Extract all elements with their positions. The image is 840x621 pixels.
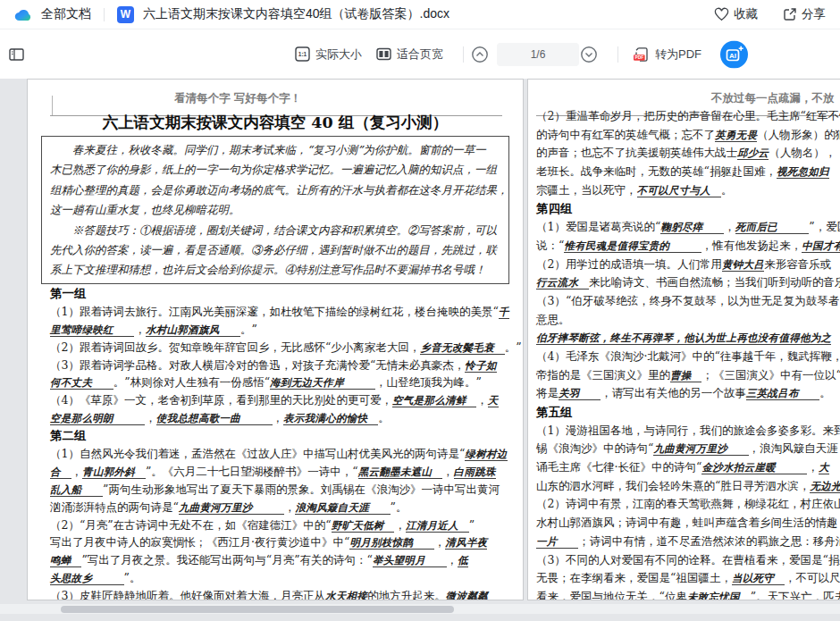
- doc-line: （1）跟着诗词去旅行。江南风光美丽深邃，如杜牧笔下描绘的绿树红花，楼台掩映的美景…: [50, 303, 524, 321]
- text-run: 山东的泗水河畔，我们会轻吟朱熹的“胜日寻芳泗水滨，: [536, 479, 810, 492]
- actual-size-label: 实际大小: [315, 46, 362, 63]
- topbar-left: 全部文档 W 六上语文期末按课文内容填空40组（试卷版答案）.docx: [14, 6, 449, 23]
- text-run: ”。: [124, 571, 141, 584]
- answer-blank: 英勇无畏: [715, 129, 757, 142]
- doc-line: 空是那么明朗 ，使我总想高歌一曲 ，表示我满心的愉快 。: [50, 409, 524, 427]
- text-run: （2）诗词中有景，江南的春天莺歌燕舞，柳绿花红，村庄依山傍: [536, 497, 840, 510]
- ai-sparkle-icon: AI: [720, 40, 748, 68]
- text-run: 锡《浪淘沙》中的诗句“: [536, 441, 653, 455]
- ai-assistant-button[interactable]: AI: [720, 40, 748, 68]
- text-run: （1）爱国是诸葛亮说的“: [536, 220, 660, 233]
- answer-blank: 邱少云: [737, 147, 769, 160]
- group-heading: 第四组: [536, 201, 573, 215]
- group-heading: 第二组: [50, 428, 87, 442]
- answer-blank: 黄钟大吕: [722, 258, 764, 272]
- text-run: ，请写出有关他的另一个故事: [601, 386, 746, 399]
- text-run: （4）毛泽东《浪淘沙·北戴河》中的“往事越千年，魏武挥鞭，: [536, 349, 840, 363]
- text-run: ；诗词中有情，道不尽孟浩然浓浓的羁旅之思：移舟泊: [578, 534, 840, 548]
- cloud-logo-icon[interactable]: [14, 8, 32, 21]
- doc-line: 合 ，青山郭外斜 ”。《六月二十七日望湖楼醉书》一诗中，“黑云翻墨未遮山 ，白雨…: [50, 463, 524, 481]
- answer-blank: 鸣蝉: [50, 554, 81, 567]
- answer-blank: 空气是那么清鲜: [392, 394, 476, 407]
- nav-all-docs[interactable]: 全部文档: [41, 6, 91, 22]
- answer-blank: 空是那么明朗: [50, 412, 145, 425]
- doc-line: 老班长。战争来临时，无数的英雄“捐躯赴国难，视死忽如归: [536, 163, 840, 181]
- text-run: ”。: [391, 500, 407, 514]
- share-icon: [783, 7, 797, 21]
- share-button[interactable]: 分享: [783, 6, 826, 22]
- next-page-button[interactable]: [580, 46, 598, 63]
- text-run: 水村山郭酒旗风；诗词中有趣，蛙叫声蕴含着乡间生活的情趣：: [536, 516, 840, 529]
- answer-blank: 一片: [536, 535, 578, 549]
- answer-blank: 三英战吕布: [746, 387, 820, 400]
- text-run: （4）《草原》一文，老舍初到草原，看到那里的天比别处的更可爱，: [50, 393, 392, 407]
- topbar: 全部文档 W 六上语文期末按课文内容填空40组（试卷版答案）.docx 收藏 分…: [0, 0, 840, 29]
- doc-line: 行云流水 来比喻诗文、书画自然流畅；当我们听到动听的音乐: [536, 273, 840, 292]
- text-run: （3）“伯牙破琴绝弦，终身不复鼓琴，以为世无足复为鼓琴者。”: [536, 294, 840, 307]
- document-canvas: 看清每个字 写好每个字！ 六上语文期末按课文内容填空 40 组（复习小测） 春来…: [0, 79, 840, 621]
- text-run: ，: [134, 323, 146, 336]
- group-heading: 第一组: [50, 286, 87, 300]
- text-run: （3）跟着诗词学品格。对敌人横眉冷对的鲁迅，对孩子充满怜爱“无情未必真豪杰，: [50, 358, 465, 372]
- doc-line: （3）跟着诗词学品格。对敌人横眉冷对的鲁迅，对孩子充满怜爱“无情未必真豪杰，怜子…: [50, 357, 524, 374]
- page-indicator[interactable]: 1/6: [497, 43, 579, 66]
- favorite-button[interactable]: 收藏: [714, 6, 758, 22]
- text-run: ，: [447, 553, 458, 566]
- text-run: 的地方升起来。: [367, 589, 446, 600]
- text-run: ”写出了月夜之景。我还能写出两句与“月亮”有关的诗句：“: [81, 553, 373, 566]
- viewer-toolbar: 1:1 实际大小 适合页宽 1/6: [0, 29, 840, 79]
- text-run: ，山登绝顶我为峰。”: [375, 375, 482, 389]
- doc-line: （2）重温革命岁月，把历史的声音留在心里。毛主席“红军不怕远: [536, 107, 840, 126]
- text-run: 。: [721, 183, 733, 197]
- convert-to-pdf-button[interactable]: PDF 转为PDF: [633, 46, 701, 63]
- text-run: 汹涌澎湃特点的两句诗是“: [50, 500, 179, 514]
- answer-blank: 乱入船: [50, 483, 103, 497]
- answer-blank: 九曲黄河万里沙: [179, 501, 284, 515]
- text-run: （2）用学过的成语填一填。人们常用: [536, 257, 722, 271]
- prev-page-button[interactable]: [471, 46, 489, 63]
- fit-width-label: 适合页宽: [397, 46, 443, 63]
- answer-blank: 合: [50, 466, 71, 479]
- text-run: ，: [273, 411, 284, 424]
- doc-line: （2）“月亮”在古诗词中无处不在，如《宿建德江》中的“野旷天低树 ，江清月近人 …: [50, 516, 524, 534]
- text-run: 意思。: [536, 313, 570, 326]
- thumbnail-panel-toggle-button[interactable]: [9, 47, 24, 61]
- doc-line: 意思。: [536, 311, 840, 330]
- text-run: 说：“: [536, 239, 564, 252]
- text-run: 无畏；在李纲看来，爱国是“祖国疆土，: [536, 571, 732, 584]
- svg-text:1:1: 1:1: [298, 51, 307, 57]
- answer-blank: 关羽: [559, 387, 601, 400]
- fit-page-width-button[interactable]: 适合页宽: [376, 46, 443, 63]
- answer-blank: 曹操: [670, 369, 701, 382]
- answer-blank: 低: [458, 554, 468, 567]
- doc-line: 头思故乡 ”。: [50, 569, 524, 587]
- doc-line: 春来夏往，秋收冬藏。同学们，期末考试来临，“复习小测”为你护航。窗前的一草一: [50, 140, 500, 160]
- text-run: （3）不同的人对爱国有不同的诠释。在曹植看来，爱国是“捐躯: [536, 553, 840, 566]
- doc-line: 第四组: [536, 199, 840, 218]
- doc-line: 宗疆土，当以死守，不可以尺寸与人 。: [536, 181, 840, 200]
- answer-blank: 举头望明月: [373, 554, 447, 567]
- answer-blank: 中国才有: [802, 239, 840, 253]
- text-run: 木已熟悉了你的身影，纸上的一字一句为你定格求学记忆。一遍遍记忆入脑的知识点，一组: [50, 163, 497, 176]
- text-run: ，: [724, 220, 735, 233]
- doc-line: 乱入船 ”两句生动形象地写出了夏天下暴雨的景象。刘禹锡在《浪淘沙》一诗中写出黄河: [50, 481, 524, 499]
- text-run: 的声音；也忘不了抗美援朝英雄伟大战士: [536, 146, 737, 159]
- answer-blank: 水村山郭酒旗风: [146, 323, 240, 337]
- page2-header-text: 不放过每一点疏漏，不放: [711, 91, 835, 106]
- text-run: 帝指的是《三国演义》里的: [536, 368, 670, 382]
- convert-to-pdf-label: 转为PDF: [655, 46, 701, 63]
- worksheet-title: 六上语文期末按课文内容填空 40 组（复习小测）: [28, 112, 523, 133]
- answer-blank: 伯牙摔琴断弦，终生不再弹琴，他认为世上再也没有值得他为之: [536, 331, 831, 345]
- horizontal-scrollbar-track[interactable]: [0, 604, 840, 614]
- text-run: （1）自然风光令我们着迷，孟浩然在《过故人庄》中描写山村优美风光的两句诗是“: [50, 447, 465, 460]
- text-run: ”，爱国: [809, 220, 840, 233]
- text-run: （2）跟着诗词回故乡。贺知章晚年辞官回乡，无比感怀“少小离家老大回，: [50, 340, 420, 354]
- text-run: ，浪淘风簸自天涯: [749, 441, 838, 455]
- actual-size-button[interactable]: 1:1 实际大小: [295, 46, 362, 63]
- doc-line: 这一趟有山重水复，也终见柳暗花明。: [50, 200, 500, 220]
- doc-line: 里莺啼绿映红 ，水村山郭酒旗风 。”: [50, 321, 524, 339]
- text-run: 。: [819, 386, 831, 399]
- horizontal-scrollbar-thumb[interactable]: [61, 606, 454, 613]
- text-run: ”。天下兴亡，匹夫: [751, 590, 840, 600]
- text-run: 。”: [240, 323, 257, 336]
